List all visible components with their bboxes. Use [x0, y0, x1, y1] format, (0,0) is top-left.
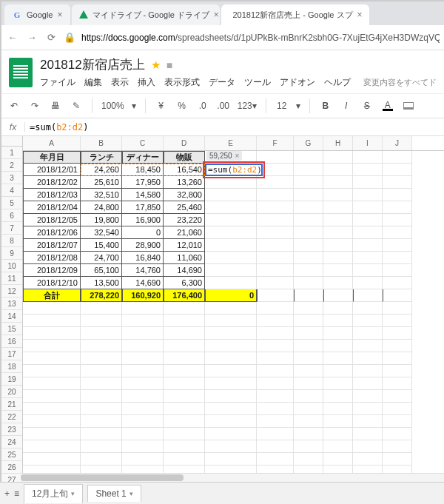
- cell[interactable]: 24,260: [81, 164, 122, 176]
- cell[interactable]: [294, 264, 323, 277]
- cell[interactable]: [164, 327, 205, 340]
- row-header[interactable]: 6: [1, 209, 22, 222]
- cell[interactable]: [257, 365, 294, 377]
- cell[interactable]: [81, 327, 122, 340]
- cell[interactable]: [122, 403, 164, 415]
- cell[interactable]: [164, 302, 205, 315]
- cell[interactable]: [205, 176, 257, 189]
- column-header[interactable]: I: [353, 136, 383, 150]
- cell[interactable]: [205, 277, 257, 289]
- row-header[interactable]: 11: [1, 272, 22, 285]
- cell[interactable]: [257, 403, 294, 415]
- cell[interactable]: 11,060: [164, 252, 205, 264]
- cell[interactable]: [205, 403, 257, 415]
- cell[interactable]: [353, 428, 383, 440]
- cell[interactable]: [23, 365, 81, 377]
- browser-tab[interactable]: マイドライブ - Google ドライブ ×: [72, 4, 220, 25]
- cell[interactable]: [383, 377, 412, 390]
- cell[interactable]: [23, 440, 81, 453]
- cell[interactable]: [23, 377, 81, 390]
- cell[interactable]: [205, 390, 257, 403]
- cell[interactable]: [353, 327, 383, 340]
- cell[interactable]: [294, 176, 323, 189]
- row-header[interactable]: 19: [1, 373, 22, 386]
- cell[interactable]: [122, 440, 164, 453]
- cell[interactable]: 14,690: [122, 277, 164, 289]
- cell[interactable]: [323, 428, 353, 440]
- cell[interactable]: [257, 428, 294, 440]
- cell[interactable]: [353, 189, 383, 201]
- row-header[interactable]: 10: [1, 260, 22, 272]
- cell[interactable]: [383, 239, 412, 252]
- row-header[interactable]: 14: [1, 310, 22, 323]
- cell[interactable]: [323, 390, 353, 403]
- cell[interactable]: [353, 264, 383, 277]
- cell[interactable]: [294, 428, 323, 440]
- cell[interactable]: [23, 390, 81, 403]
- cell[interactable]: 65,100: [81, 264, 122, 277]
- cell[interactable]: [257, 176, 294, 189]
- row-header[interactable]: 25: [1, 448, 22, 461]
- cell[interactable]: [122, 327, 164, 340]
- cell[interactable]: [323, 277, 353, 289]
- all-sheets-button[interactable]: ≡: [14, 488, 19, 499]
- cell[interactable]: [257, 440, 294, 453]
- cell[interactable]: [294, 440, 323, 453]
- cell[interactable]: [122, 302, 164, 315]
- formula-input[interactable]: =sum(b2:d2): [25, 122, 88, 132]
- column-header[interactable]: B: [81, 136, 122, 150]
- column-header[interactable]: J: [383, 136, 412, 150]
- cell[interactable]: [257, 226, 294, 239]
- menu-addons[interactable]: アドオン: [280, 76, 315, 89]
- cell[interactable]: [294, 151, 323, 164]
- cell[interactable]: [323, 352, 353, 365]
- cell[interactable]: [323, 365, 353, 377]
- column-header[interactable]: G: [294, 136, 323, 150]
- cell[interactable]: [164, 352, 205, 365]
- star-icon[interactable]: ★: [151, 58, 161, 72]
- cell[interactable]: [122, 415, 164, 428]
- cell[interactable]: [383, 428, 412, 440]
- cell[interactable]: [164, 415, 205, 428]
- undo-button[interactable]: ↶: [7, 98, 21, 114]
- cell[interactable]: 32,540: [81, 226, 122, 239]
- cell[interactable]: 0: [205, 289, 257, 302]
- cell[interactable]: [81, 453, 122, 466]
- cell[interactable]: 2018/12/01: [23, 164, 81, 176]
- cell[interactable]: 24,700: [81, 252, 122, 264]
- cell[interactable]: [383, 403, 412, 415]
- cell[interactable]: [23, 403, 81, 415]
- row-header[interactable]: 5: [1, 197, 22, 209]
- cell[interactable]: [205, 201, 257, 214]
- menu-edit[interactable]: 編集: [84, 76, 102, 89]
- row-header[interactable]: 1: [1, 147, 22, 159]
- cell[interactable]: [383, 440, 412, 453]
- cell[interactable]: [353, 340, 383, 352]
- cell[interactable]: [205, 453, 257, 466]
- cell[interactable]: [81, 302, 122, 315]
- close-icon[interactable]: ×: [214, 10, 219, 20]
- cell[interactable]: [323, 315, 353, 327]
- cell[interactable]: [383, 189, 412, 201]
- cell[interactable]: [122, 390, 164, 403]
- cell[interactable]: [122, 377, 164, 390]
- cell[interactable]: [294, 226, 323, 239]
- cell[interactable]: 17,850: [122, 201, 164, 214]
- cell[interactable]: [353, 440, 383, 453]
- cell[interactable]: [353, 226, 383, 239]
- menu-view[interactable]: 表示: [111, 76, 129, 89]
- cell[interactable]: [294, 277, 323, 289]
- cell[interactable]: [323, 415, 353, 428]
- cell[interactable]: [294, 252, 323, 264]
- close-icon[interactable]: ×: [357, 10, 363, 20]
- cell[interactable]: [81, 440, 122, 453]
- cell[interactable]: [205, 377, 257, 390]
- cell[interactable]: [205, 252, 257, 264]
- cell[interactable]: [353, 151, 383, 164]
- row-header[interactable]: 20: [1, 386, 22, 398]
- cell[interactable]: [164, 428, 205, 440]
- cell[interactable]: 2018/12/08: [23, 252, 81, 264]
- cell[interactable]: [383, 327, 412, 340]
- cell[interactable]: [323, 327, 353, 340]
- cell[interactable]: [205, 239, 257, 252]
